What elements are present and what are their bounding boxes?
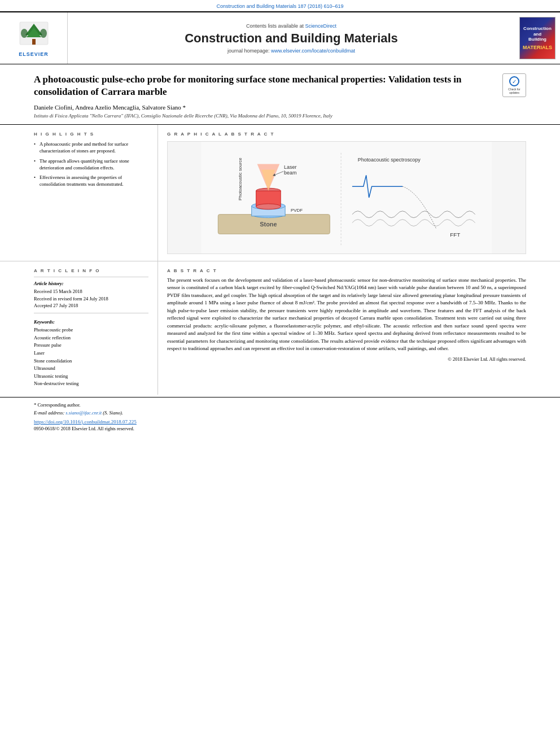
email-label: E-mail address: <box>34 410 64 416</box>
svg-point-4 <box>21 29 28 38</box>
article-title-section: A photoacoustic pulse-echo probe for mon… <box>0 64 560 125</box>
check-updates-badge: ✓ Check for updates <box>502 73 526 97</box>
elsevier-label: ELSEVIER <box>19 51 49 57</box>
article-info-label: A R T I C L E I N F O <box>34 268 148 273</box>
svg-text:Photoacoustic spectroscopy: Photoacoustic spectroscopy <box>358 157 421 163</box>
corresponding-note: * Corresponding author. <box>34 402 526 408</box>
journal-cover-image: ConstructionandBuilding MATERIALS <box>519 17 555 59</box>
sciencedirect-link[interactable]: ScienceDirect <box>305 23 337 29</box>
email-person: (S. Siano). <box>103 410 123 416</box>
highlights-graphical-section: H I G H L I G H T S A photoacoustic prob… <box>0 125 560 261</box>
keyword-4: Laser <box>34 350 148 357</box>
article-info-abstract-section: A R T I C L E I N F O Article history: R… <box>0 261 560 395</box>
abstract-text: The present work focuses on the developm… <box>167 277 526 353</box>
check-updates-icon: ✓ <box>509 76 519 86</box>
article-info-column: A R T I C L E I N F O Article history: R… <box>34 261 158 395</box>
elsevier-tree-icon <box>14 19 54 50</box>
journal-title: Construction and Building Materials <box>185 31 398 46</box>
svg-point-15 <box>256 204 281 209</box>
divider-1 <box>34 277 148 277</box>
highlights-label: H I G H L I G H T S <box>34 132 148 137</box>
journal-homepage: journal homepage: www.elsevier.com/locat… <box>228 48 355 54</box>
graphical-abstract-label: G R A P H I C A L A B S T R A C T <box>167 132 526 137</box>
highlights-column: H I G H L I G H T S A photoacoustic prob… <box>34 125 158 261</box>
highlight-item-2: The approach allows quantifying surface … <box>34 158 148 172</box>
svg-text:beam: beam <box>284 170 296 176</box>
elsevier-logo-container: ELSEVIER <box>0 12 68 64</box>
article-affiliation: Istituto di Fisica Applicata "Nello Carr… <box>34 113 496 120</box>
journal-citation-bar: Construction and Building Materials 187 … <box>0 0 560 11</box>
article-history-label: Article history: <box>34 281 148 286</box>
issn-line: 0950-0618/© 2018 Elsevier Ltd. All right… <box>34 426 526 431</box>
page-wrapper: Construction and Building Materials 187 … <box>0 0 560 747</box>
journal-cover-container: ConstructionandBuilding MATERIALS <box>515 12 560 64</box>
keyword-3: Pressure pulse <box>34 342 148 350</box>
svg-text:Stone: Stone <box>260 221 277 228</box>
highlight-item-1: A photoacoustic probe and method for sur… <box>34 141 148 155</box>
journal-header-center: Contents lists available at ScienceDirec… <box>68 12 515 64</box>
abstract-column: A B S T R A C T The present work focuses… <box>158 261 526 395</box>
svg-text:PVDF: PVDF <box>291 208 303 213</box>
article-title-left: A photoacoustic pulse-echo probe for mon… <box>34 73 496 120</box>
check-updates-label: Check for updates <box>503 88 526 94</box>
highlights-list: A photoacoustic probe and method for sur… <box>34 141 148 188</box>
copyright-line: © 2018 Elsevier Ltd. All rights reserved… <box>167 356 526 362</box>
journal-homepage-link[interactable]: www.elsevier.com/locate/conbuildmat <box>271 48 355 54</box>
footer-section: * Corresponding author. E-mail address: … <box>0 397 560 436</box>
keywords-label: Keywords: <box>34 319 148 325</box>
authors-text: Daniele Ciofini, Andrea Azelio Mencaglia… <box>34 104 186 111</box>
doi-link[interactable]: https://doi.org/10.1016/j.conbuildmat.20… <box>34 419 526 425</box>
keyword-8: Non-destructive testing <box>34 380 148 388</box>
email-address[interactable]: s.siano@ifac.cnr.it <box>65 410 102 416</box>
keyword-2: Acoustic reflection <box>34 334 148 342</box>
journal-citation-text: Construction and Building Materials 187 … <box>216 3 343 9</box>
svg-rect-6 <box>202 142 492 254</box>
keyword-5: Stone consolidation <box>34 357 148 365</box>
contents-line: Contents lists available at ScienceDirec… <box>246 23 336 29</box>
cover-title: ConstructionandBuilding <box>523 26 552 42</box>
article-main-title: A photoacoustic pulse-echo probe for mon… <box>34 73 496 98</box>
revised-entry: Received in revised form 24 July 2018 <box>34 295 148 303</box>
keyword-7: Ultrasonic testing <box>34 373 148 381</box>
svg-rect-1 <box>32 39 36 45</box>
article-authors: Daniele Ciofini, Andrea Azelio Mencaglia… <box>34 104 496 111</box>
graphical-abstract-svg: Stone PVDF <box>168 142 526 254</box>
svg-text:FFT: FFT <box>450 231 460 238</box>
received-entry: Received 15 March 2018 <box>34 288 148 295</box>
journal-header: ELSEVIER Contents lists available at Sci… <box>0 11 560 64</box>
accepted-entry: Accepted 27 July 2018 <box>34 302 148 309</box>
keyword-1: Photoacoustic probe <box>34 326 148 334</box>
svg-point-5 <box>40 29 47 38</box>
email-note: E-mail address: s.siano@ifac.cnr.it (S. … <box>34 410 526 416</box>
abstract-label: A B S T R A C T <box>167 268 526 273</box>
keywords-list: Photoacoustic probe Acoustic reflection … <box>34 326 148 388</box>
graphical-abstract-column: G R A P H I C A L A B S T R A C T Stone … <box>158 125 526 261</box>
svg-text:Photoacoustic source: Photoacoustic source <box>238 158 243 200</box>
keyword-6: Ultrasound <box>34 365 148 373</box>
elsevier-logo: ELSEVIER <box>14 19 54 57</box>
highlight-item-3: Effectiveness in assessing the propertie… <box>34 174 148 188</box>
cover-materials: MATERIALS <box>523 45 552 50</box>
svg-text:Laser: Laser <box>284 164 296 169</box>
divider-2 <box>34 313 148 313</box>
graphical-abstract-image: Stone PVDF <box>167 141 526 254</box>
